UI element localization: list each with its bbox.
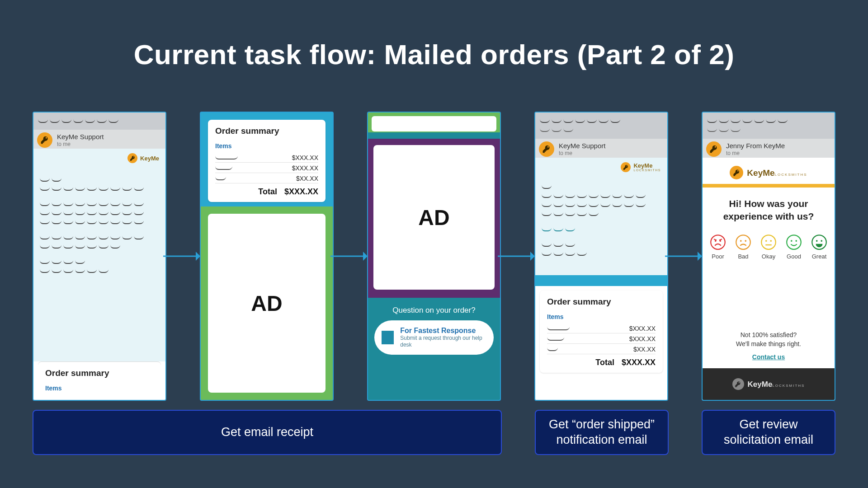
email-body: KeyMeLOCKSMITHS: [535, 158, 667, 275]
email-from-row: KeyMe Support to me: [535, 139, 667, 158]
svg-point-9: [765, 240, 767, 242]
rating-great[interactable]: Great: [811, 234, 827, 260]
order-summary-heading: Order summary: [215, 126, 318, 136]
contact-us-link[interactable]: Contact us: [752, 353, 785, 362]
svg-point-14: [795, 240, 797, 242]
search-bar[interactable]: [372, 116, 496, 131]
flow-labels: Get email receipt Get “order shipped” no…: [33, 410, 835, 455]
svg-point-7: [745, 240, 746, 242]
tracking-link[interactable]: [542, 225, 661, 233]
label-order-shipped: Get “order shipped” notification email: [535, 410, 669, 455]
screen-review-email: Jenny From KeyMe to me KeyMeLOCKSMITHS H…: [702, 112, 835, 401]
flow-stage: KeyMe Support to me KeyMe: [33, 112, 835, 401]
line-amount: $XX.XX: [296, 175, 318, 182]
flow-arrow-icon: [334, 256, 367, 257]
keyme-footer-icon: [732, 378, 744, 390]
rating-okay[interactable]: Okay: [760, 234, 777, 260]
label-email-receipt: Get email receipt: [33, 410, 502, 455]
face-angry-icon: [710, 234, 726, 250]
svg-point-0: [711, 235, 725, 249]
label-review-solicitation: Get review solicitation email: [702, 410, 835, 455]
rating-good[interactable]: Good: [786, 234, 802, 260]
page-title: Current task flow: Mailed orders (Part 2…: [0, 38, 868, 70]
line-amount: $XXX.XX: [629, 325, 656, 332]
rating-bad[interactable]: Bad: [735, 234, 751, 260]
screen-shipped-email: KeyMe Support to me KeyMeLOCKSMITHS Orde…: [534, 112, 668, 401]
order-total-label: Total: [595, 358, 614, 367]
email-footer: KeyMeLOCKSMITHS: [703, 368, 835, 400]
keyme-avatar-icon: [37, 132, 52, 148]
order-items-label: Items: [547, 313, 656, 320]
order-summary-card: Order summary Items $XXX.XX $XXX.XX $XX.…: [540, 291, 663, 373]
email-body: KeyMe: [33, 149, 165, 361]
face-happy-icon: [786, 234, 802, 250]
flow-arrow-icon: [167, 256, 199, 257]
ad-placeholder: AD: [373, 145, 495, 290]
email-from-name: KeyMe Support: [559, 142, 605, 150]
screen-receipt-email-top: KeyMe Support to me KeyMe: [33, 112, 166, 401]
email-from-name: KeyMe Support: [57, 133, 104, 141]
help-cta-sub: Submit a request through our help desk: [400, 335, 486, 348]
order-items-label: Items: [45, 385, 154, 392]
svg-point-17: [821, 240, 822, 242]
email-subject-bar: [33, 113, 165, 130]
order-summary-heading: Order summary: [547, 297, 656, 307]
survey-heading: Hi! How was your experience with us?: [712, 197, 826, 223]
satisfy-line-1: Not 100% satisfied?: [709, 331, 828, 340]
screen-receipt-ad-help: AD Question on your order? For Fastest R…: [367, 112, 501, 401]
svg-point-6: [740, 240, 742, 242]
email-from-row: KeyMe Support to me: [33, 130, 165, 149]
email-to-line: to me: [559, 150, 605, 156]
line-amount: $XXX.XX: [292, 164, 318, 172]
svg-line-3: [714, 239, 717, 240]
email-to-line: to me: [57, 141, 104, 147]
svg-point-8: [761, 235, 776, 249]
email-to-line: to me: [726, 150, 785, 156]
help-question: Question on your order?: [368, 306, 500, 315]
order-items-label: Items: [215, 142, 318, 150]
svg-point-12: [787, 235, 801, 249]
face-sad-icon: [735, 234, 751, 250]
keyme-logo: KeyMeLOCKSMITHS: [709, 166, 828, 179]
svg-point-10: [770, 240, 772, 242]
satisfy-line-2: We'll make things right.: [709, 340, 828, 349]
svg-point-13: [791, 240, 793, 242]
rating-faces: Poor Bad Okay Good Great: [709, 234, 828, 260]
order-summary-heading: Order summary: [45, 368, 154, 378]
line-amount: $XX.XX: [633, 346, 656, 353]
ad-placeholder: AD: [208, 214, 326, 393]
keyme-avatar-icon: [539, 141, 554, 157]
email-from-name: Jenny From KeyMe: [726, 142, 785, 150]
flow-arrow-icon: [501, 256, 534, 257]
flow-arrow-icon: [669, 256, 701, 257]
help-cta[interactable]: For Fastest Response Submit a request th…: [374, 320, 494, 355]
email-subject-bar: [703, 113, 835, 139]
screen-receipt-summary-ad: Order summary Items $XXX.XX $XXX.XX $XX.…: [200, 112, 334, 401]
order-total-label: Total: [258, 187, 277, 197]
order-total-value: $XXX.XX: [622, 358, 656, 367]
email-from-row: Jenny From KeyMe to me: [703, 139, 835, 158]
line-amount: $XXX.XX: [292, 154, 318, 161]
face-great-icon: [811, 234, 827, 250]
face-neutral-icon: [760, 234, 777, 250]
helpdesk-icon: [382, 331, 394, 344]
help-cta-title: For Fastest Response: [400, 327, 486, 335]
order-summary-card: Order summary Items $XXX.XX $XXX.XX $XX.…: [208, 120, 326, 202]
accent-bar: [703, 184, 835, 188]
order-summary-card: Order summary Items: [38, 361, 161, 400]
email-body: KeyMeLOCKSMITHS Hi! How was your experie…: [703, 158, 835, 368]
order-total-value: $XXX.XX: [284, 187, 318, 197]
keyme-logo: KeyMe: [127, 153, 159, 163]
email-subject-bar: [535, 113, 667, 139]
svg-point-16: [816, 240, 818, 242]
svg-line-4: [719, 239, 722, 240]
svg-point-5: [736, 235, 750, 249]
keyme-avatar-icon: [706, 141, 722, 157]
line-amount: $XXX.XX: [629, 335, 656, 343]
rating-poor[interactable]: Poor: [710, 234, 726, 260]
keyme-logo: KeyMeLOCKSMITHS: [621, 162, 661, 172]
